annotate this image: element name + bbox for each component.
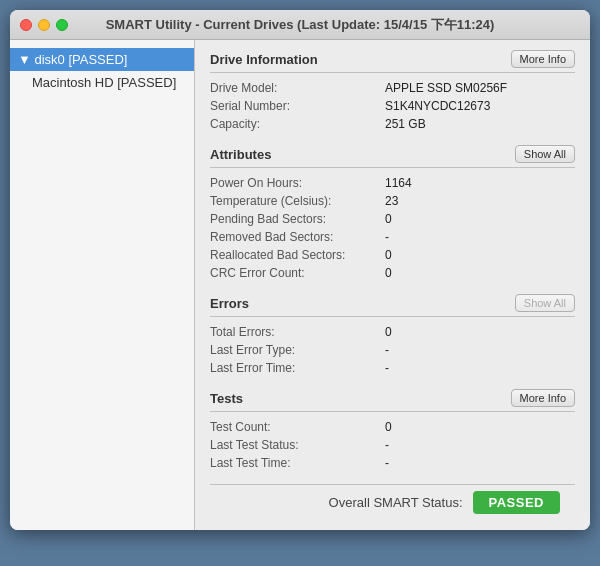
test-count-row: Test Count: 0 [210,418,575,436]
temperature-row: Temperature (Celsius): 23 [210,192,575,210]
total-errors-label: Total Errors: [210,325,385,339]
main-window: SMART Utility - Current Drives (Last Upd… [10,10,590,530]
power-on-hours-value: 1164 [385,176,412,190]
macintosh-label: Macintosh HD [PASSED] [32,75,176,90]
close-button[interactable] [20,19,32,31]
last-error-time-row: Last Error Time: - [210,359,575,377]
removed-bad-sectors-row: Removed Bad Sectors: - [210,228,575,246]
last-test-status-label: Last Test Status: [210,438,385,452]
drive-model-row: Drive Model: APPLE SSD SM0256F [210,79,575,97]
power-on-hours-row: Power On Hours: 1164 [210,174,575,192]
drive-information-header: Drive Information More Info [210,50,575,73]
crc-error-count-row: CRC Error Count: 0 [210,264,575,282]
tests-section: Tests More Info Test Count: 0 Last Test … [210,389,575,472]
serial-number-row: Serial Number: S1K4NYCDC12673 [210,97,575,115]
last-test-time-label: Last Test Time: [210,456,385,470]
capacity-value: 251 GB [385,117,426,131]
last-error-type-row: Last Error Type: - [210,341,575,359]
sidebar: ▼ disk0 [PASSED] Macintosh HD [PASSED] [10,40,195,530]
capacity-label: Capacity: [210,117,385,131]
drive-information-section: Drive Information More Info Drive Model:… [210,50,575,133]
attributes-section: Attributes Show All Power On Hours: 1164… [210,145,575,282]
errors-section: Errors Show All Total Errors: 0 Last Err… [210,294,575,377]
sidebar-item-macintosh[interactable]: Macintosh HD [PASSED] [10,71,194,94]
right-panel: Drive Information More Info Drive Model:… [195,40,590,530]
reallocated-bad-sectors-label: Reallocated Bad Sectors: [210,248,385,262]
power-on-hours-label: Power On Hours: [210,176,385,190]
removed-bad-sectors-label: Removed Bad Sectors: [210,230,385,244]
last-test-time-row: Last Test Time: - [210,454,575,472]
overall-status-badge: PASSED [473,491,561,514]
crc-error-count-value: 0 [385,266,392,280]
test-count-value: 0 [385,420,392,434]
disk0-label: ▼ disk0 [PASSED] [18,52,127,67]
show-all-errors-button[interactable]: Show All [515,294,575,312]
total-errors-row: Total Errors: 0 [210,323,575,341]
last-error-time-value: - [385,361,389,375]
errors-header: Errors Show All [210,294,575,317]
overall-status-bar: Overall SMART Status: PASSED [210,484,575,520]
more-info-tests-button[interactable]: More Info [511,389,575,407]
serial-number-label: Serial Number: [210,99,385,113]
test-count-label: Test Count: [210,420,385,434]
minimize-button[interactable] [38,19,50,31]
reallocated-bad-sectors-value: 0 [385,248,392,262]
last-test-time-value: - [385,456,389,470]
tests-title: Tests [210,391,243,406]
pending-bad-sectors-row: Pending Bad Sectors: 0 [210,210,575,228]
last-error-type-label: Last Error Type: [210,343,385,357]
pending-bad-sectors-value: 0 [385,212,392,226]
removed-bad-sectors-value: - [385,230,389,244]
errors-title: Errors [210,296,249,311]
main-content: ▼ disk0 [PASSED] Macintosh HD [PASSED] D… [10,40,590,530]
last-error-time-label: Last Error Time: [210,361,385,375]
maximize-button[interactable] [56,19,68,31]
last-error-type-value: - [385,343,389,357]
pending-bad-sectors-label: Pending Bad Sectors: [210,212,385,226]
reallocated-bad-sectors-row: Reallocated Bad Sectors: 0 [210,246,575,264]
tests-header: Tests More Info [210,389,575,412]
temperature-value: 23 [385,194,398,208]
last-test-status-row: Last Test Status: - [210,436,575,454]
traffic-lights [20,19,68,31]
overall-status-label: Overall SMART Status: [329,495,463,510]
more-info-button[interactable]: More Info [511,50,575,68]
temperature-label: Temperature (Celsius): [210,194,385,208]
attributes-title: Attributes [210,147,271,162]
window-title: SMART Utility - Current Drives (Last Upd… [106,16,495,34]
titlebar: SMART Utility - Current Drives (Last Upd… [10,10,590,40]
sidebar-item-disk0[interactable]: ▼ disk0 [PASSED] [10,48,194,71]
last-test-status-value: - [385,438,389,452]
serial-number-value: S1K4NYCDC12673 [385,99,490,113]
crc-error-count-label: CRC Error Count: [210,266,385,280]
attributes-header: Attributes Show All [210,145,575,168]
capacity-row: Capacity: 251 GB [210,115,575,133]
total-errors-value: 0 [385,325,392,339]
drive-model-label: Drive Model: [210,81,385,95]
drive-model-value: APPLE SSD SM0256F [385,81,507,95]
show-all-attributes-button[interactable]: Show All [515,145,575,163]
drive-information-title: Drive Information [210,52,318,67]
